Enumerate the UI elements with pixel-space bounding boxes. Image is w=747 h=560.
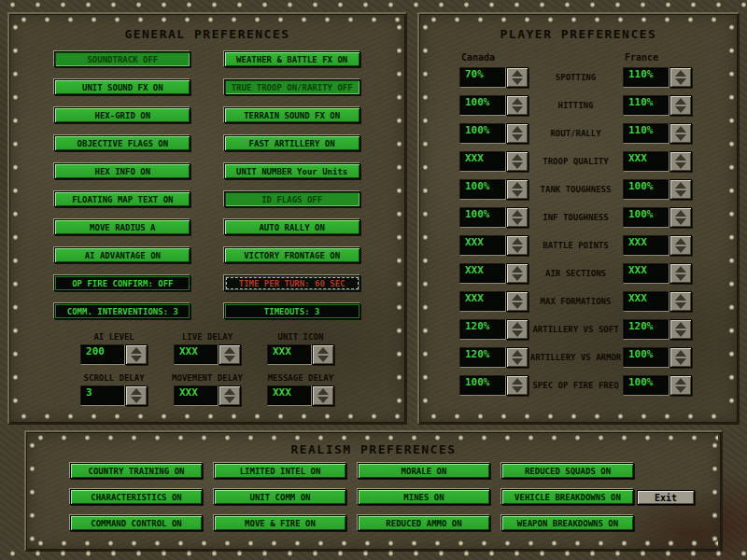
- left-country-spinner[interactable]: [506, 347, 529, 368]
- down-arrow-icon: [675, 274, 686, 281]
- pref-toggle-button[interactable]: OP FIRE CONFIRM: OFF: [54, 275, 190, 291]
- pref-toggle-button[interactable]: UNIT NUMBER Your Units: [224, 163, 360, 179]
- spinner-label: MESSAGE DELAY: [268, 373, 333, 383]
- left-country-spinner[interactable]: [506, 263, 529, 284]
- pref-toggle-button[interactable]: COMM. INTERVENTIONS: 3: [54, 303, 190, 319]
- left-country-spinner[interactable]: [506, 123, 529, 144]
- right-country-spinner[interactable]: [669, 95, 692, 116]
- right-country-spinner[interactable]: [669, 67, 692, 88]
- left-country-spinner[interactable]: [506, 319, 529, 340]
- right-country-spinner[interactable]: [669, 291, 692, 312]
- pref-toggle-button[interactable]: HEX INFO ON: [54, 163, 190, 179]
- left-country-spinner[interactable]: [506, 375, 529, 396]
- exit-button[interactable]: Exit: [637, 490, 695, 505]
- general-preferences-panel: GENERAL PREFERENCES SOUNDTRACK OFF UNIT …: [7, 12, 407, 425]
- pref-toggle-button[interactable]: TIME PER TURN: 60 SEC: [224, 275, 360, 291]
- pref-toggle-button[interactable]: VICTORY FRONTAGE ON: [224, 247, 360, 263]
- pref-toggle-button[interactable]: TIMEOUTS: 3: [224, 303, 360, 319]
- realism-toggle-button[interactable]: COMMAND CONTROL ON: [70, 515, 203, 531]
- right-country-spinner[interactable]: [669, 319, 692, 340]
- left-country-spinner[interactable]: [506, 151, 529, 172]
- pref-toggle-button[interactable]: MOVE RADIUS A: [54, 219, 190, 235]
- realism-toggle-button[interactable]: UNIT COMM ON: [214, 489, 346, 505]
- left-country-spinner[interactable]: [506, 291, 529, 312]
- realism-toggle-button[interactable]: CHARACTERISTICS ON: [70, 489, 203, 505]
- left-country-spinner[interactable]: [506, 179, 529, 200]
- down-arrow-icon: [512, 218, 523, 225]
- left-country-spinner[interactable]: [506, 207, 529, 228]
- right-country-spinner[interactable]: [669, 263, 692, 284]
- pref-toggle-button[interactable]: OBJECTIVE FLAGS ON: [54, 135, 190, 151]
- realism-toggle-button[interactable]: MINES ON: [358, 489, 490, 505]
- pref-toggle-button[interactable]: WEATHER & BATTLE FX ON: [224, 51, 360, 67]
- down-arrow-icon: [512, 162, 523, 169]
- pref-toggle-button[interactable]: SOUNDTRACK OFF: [54, 51, 190, 67]
- left-country-spinner[interactable]: [506, 235, 529, 256]
- pref-toggle-button[interactable]: HEX-GRID ON: [54, 107, 190, 123]
- pref-toggle-button[interactable]: FLOATING MAP TEXT ON: [54, 191, 190, 207]
- pref-toggle-button[interactable]: UNIT SOUND FX ON: [54, 79, 190, 95]
- spinner-label: MOVEMENT DELAY: [172, 373, 243, 383]
- value-spinner[interactable]: [312, 344, 334, 365]
- up-arrow-icon: [675, 294, 686, 301]
- player-pref-row: XXX BATTLE POINTS XXX: [459, 235, 692, 256]
- realism-toggle-button[interactable]: REDUCED SQUADS ON: [501, 463, 634, 479]
- pref-toggle-button[interactable]: TRUE TROOP ON/RARITY OFF: [224, 79, 360, 95]
- player-pref-label: AIR SECTIONS: [529, 269, 623, 278]
- realism-toggle-button[interactable]: WEAPON BREAKDOWNS ON: [501, 515, 634, 531]
- player-pref-label: ROUT/RALLY: [529, 129, 623, 138]
- value-spinner[interactable]: [125, 344, 148, 365]
- right-country-spinner[interactable]: [669, 235, 692, 256]
- player-preferences-title: PLAYER PREFERENCES: [431, 27, 726, 41]
- pref-toggle-button[interactable]: AI ADVANTAGE ON: [54, 247, 190, 263]
- down-arrow-icon: [512, 134, 523, 141]
- value-spinner[interactable]: [218, 344, 241, 365]
- player-pref-label: TROOP QUALITY: [529, 157, 623, 166]
- realism-toggle-button[interactable]: VEHICLE BREAKDOWNS ON: [501, 489, 634, 505]
- realism-toggle-button[interactable]: LIMITED INTEL ON: [214, 463, 346, 479]
- right-country-value: 110%: [623, 95, 669, 116]
- value-spinner[interactable]: [218, 385, 241, 406]
- up-arrow-icon: [317, 388, 329, 395]
- right-country-spinner[interactable]: [669, 207, 692, 228]
- left-country-value: XXX: [459, 151, 506, 172]
- down-arrow-icon: [512, 330, 523, 337]
- player-pref-row: 120% ARTILLERY VS SOFT 120%: [459, 319, 692, 340]
- right-country-value: 100%: [623, 207, 669, 228]
- down-arrow-icon: [131, 397, 142, 403]
- player-pref-label: SPEC OP FIRE FREQ: [529, 381, 623, 390]
- down-arrow-icon: [675, 134, 686, 141]
- pref-toggle-button[interactable]: FAST ARTILLERY ON: [224, 135, 360, 151]
- left-country-value: 70%: [459, 67, 506, 88]
- realism-toggle-button[interactable]: MORALE ON: [358, 463, 490, 479]
- right-country-spinner[interactable]: [669, 375, 692, 396]
- right-country-spinner[interactable]: [669, 123, 692, 144]
- realism-toggle-button[interactable]: REDUCED AMMO ON: [358, 515, 490, 531]
- realism-preferences-title: REALISM PREFERENCES: [38, 442, 709, 456]
- right-country-spinner[interactable]: [669, 151, 692, 172]
- value-spinner[interactable]: [312, 385, 334, 406]
- down-arrow-icon: [675, 302, 686, 309]
- realism-toggle-button[interactable]: MOVE & FIRE ON: [214, 515, 346, 531]
- up-arrow-icon: [675, 154, 686, 161]
- left-country-value: 120%: [459, 347, 506, 368]
- value-spinner[interactable]: [125, 385, 148, 406]
- down-arrow-icon: [317, 397, 329, 403]
- player-pref-row: 100% HITTING 110%: [459, 95, 692, 116]
- pref-toggle-button[interactable]: AUTO RALLY ON: [224, 219, 360, 235]
- pref-toggle-button[interactable]: ID FLAGS OFF: [224, 191, 360, 207]
- spinner-value: XXX: [267, 385, 312, 406]
- rivet-border: [711, 435, 719, 547]
- left-country-value: 100%: [459, 375, 506, 396]
- left-country-spinner[interactable]: [506, 95, 529, 116]
- up-arrow-icon: [675, 182, 686, 189]
- realism-toggle-button[interactable]: COUNTRY TRAINING ON: [70, 463, 203, 479]
- player-pref-row: XXX MAX FORMATIONS XXX: [459, 291, 692, 312]
- left-country-spinner[interactable]: [506, 67, 529, 88]
- right-country-value: 120%: [623, 319, 669, 340]
- right-country-value: 110%: [623, 67, 669, 88]
- pref-toggle-button[interactable]: TERRAIN SOUND FX ON: [224, 107, 360, 123]
- right-country-spinner[interactable]: [669, 347, 692, 368]
- left-country-value: XXX: [459, 235, 506, 256]
- right-country-spinner[interactable]: [669, 179, 692, 200]
